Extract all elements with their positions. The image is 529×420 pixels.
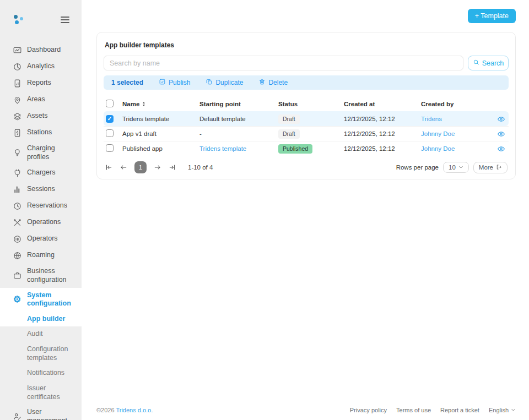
company-link[interactable]: Tridens d.o.o. xyxy=(116,407,153,413)
page: DashboardAnalyticsReportsAreasAssetsStat… xyxy=(0,0,529,420)
sidebar-item-business-configuration[interactable]: Business configuration xyxy=(0,264,82,287)
system-configuration-icon: ⚙ xyxy=(12,294,22,304)
operations-icon xyxy=(12,217,22,227)
column-header-name[interactable]: Name xyxy=(122,101,199,107)
sidebar-item-chargers[interactable]: Chargers xyxy=(0,165,82,181)
user-management-icon xyxy=(12,412,22,420)
table-row[interactable]: App v1 draft - Draft 12/12/2025, 12:12 J… xyxy=(104,126,509,141)
cell-starting-point: Default template xyxy=(199,116,278,122)
sidebar-item-notifications[interactable]: Notifications xyxy=(0,366,82,381)
column-header-status: Status xyxy=(278,101,344,107)
view-icon[interactable] xyxy=(497,145,505,153)
search-button[interactable]: Search xyxy=(468,56,509,70)
main-content: + Template App builder templates Search … xyxy=(82,0,529,420)
view-icon[interactable] xyxy=(497,115,505,123)
sidebar-item-label: Business configuration xyxy=(27,267,72,284)
select-all-checkbox[interactable] xyxy=(106,100,114,107)
charging-profiles-icon xyxy=(12,148,22,158)
more-button-label: More xyxy=(479,164,493,171)
column-header-created-by: Created by xyxy=(421,101,487,107)
stations-icon xyxy=(12,128,22,138)
cell-name: Published app xyxy=(122,145,199,152)
sidebar-item-reports[interactable]: Reports xyxy=(0,75,82,91)
sidebar-item-label: User management xyxy=(27,408,72,420)
sidebar-header xyxy=(0,0,82,25)
sidebar-item-label: Areas xyxy=(27,95,72,104)
sidebar-item-areas[interactable]: Areas xyxy=(0,91,82,108)
privacy-policy-link[interactable]: Privacy policy xyxy=(350,407,387,413)
sidebar-item-label: Configuration templates xyxy=(27,345,72,362)
hamburger-menu-icon[interactable] xyxy=(61,17,69,23)
sidebar-item-stations[interactable]: Stations xyxy=(0,124,82,141)
page-title: App builder templates xyxy=(105,41,509,49)
publish-label: Publish xyxy=(169,79,190,86)
sidebar-item-configuration-templates[interactable]: Configuration templates xyxy=(0,342,82,366)
cell-starting-point: - xyxy=(199,130,278,137)
topbar: + Template xyxy=(82,0,529,32)
selected-count: 1 selected xyxy=(111,79,143,86)
row-checkbox[interactable] xyxy=(106,144,114,152)
sidebar-item-app-builder[interactable]: App builder xyxy=(0,312,82,327)
sidebar-item-sessions[interactable]: Sessions xyxy=(0,181,82,198)
delete-icon xyxy=(258,78,266,87)
chevron-down-icon xyxy=(511,407,516,413)
sidebar-item-label: Analytics xyxy=(27,62,72,71)
sidebar-item-analytics[interactable]: Analytics xyxy=(0,58,82,75)
chevron-down-icon xyxy=(458,164,463,171)
sidebar-item-reservations[interactable]: Reservations xyxy=(0,198,82,214)
last-page-icon[interactable] xyxy=(169,163,176,171)
footer: ©2026 Tridens d.o.o. Privacy policy Term… xyxy=(82,407,529,420)
table-row[interactable]: Published app Tridens template Published… xyxy=(104,141,509,156)
duplicate-icon xyxy=(206,78,213,87)
sidebar: DashboardAnalyticsReportsAreasAssetsStat… xyxy=(0,0,82,420)
language-label: English xyxy=(489,407,509,413)
sidebar-item-user-management[interactable]: User management xyxy=(0,405,82,420)
first-page-icon[interactable] xyxy=(105,163,112,171)
sidebar-item-issuer-certificates[interactable]: Issuer certificates xyxy=(0,381,82,405)
add-template-button[interactable]: + Template xyxy=(468,9,516,23)
sidebar-item-label: Assets xyxy=(27,112,72,121)
sidebar-item-charging-profiles[interactable]: Charging profiles xyxy=(0,141,82,165)
page-number-button[interactable]: 1 xyxy=(134,161,147,173)
delete-button[interactable]: Delete xyxy=(258,78,288,87)
previous-page-icon[interactable] xyxy=(120,163,127,171)
rows-per-page-select[interactable]: 10 xyxy=(443,162,469,173)
search-input[interactable] xyxy=(104,56,463,70)
search-row: Search xyxy=(104,56,509,70)
sidebar-item-operations[interactable]: Operations xyxy=(0,214,82,231)
status-badge: Draft xyxy=(278,129,300,139)
areas-icon xyxy=(12,95,22,105)
rows-per-page-label: Rows per page xyxy=(396,164,439,171)
sidebar-item-label: Audit xyxy=(27,330,72,339)
table-row[interactable]: Tridens template Default template Draft … xyxy=(104,111,509,126)
sidebar-item-label: Operations xyxy=(27,218,72,227)
column-header-starting-point: Starting point xyxy=(199,101,278,107)
sidebar-item-roaming[interactable]: Roaming xyxy=(0,247,82,264)
pagination-range: 1-10 of 4 xyxy=(188,164,213,171)
publish-button[interactable]: Publish xyxy=(159,78,190,87)
reservations-icon xyxy=(12,201,22,211)
cell-created-at: 12/12/2025, 12:12 xyxy=(344,116,421,122)
row-checkbox[interactable] xyxy=(106,115,114,123)
table-header: Name Starting point Status Created at Cr… xyxy=(104,96,509,111)
language-select[interactable]: English xyxy=(489,407,516,413)
delete-label: Delete xyxy=(268,79,288,86)
sidebar-item-dashboard[interactable]: Dashboard xyxy=(0,42,82,58)
sidebar-item-label: Roaming xyxy=(27,251,72,260)
terms-of-use-link[interactable]: Terms of use xyxy=(396,407,431,413)
sidebar-item-audit[interactable]: Audit xyxy=(0,326,82,342)
created-by-link[interactable]: Johnny Doe xyxy=(421,145,487,152)
next-page-icon[interactable] xyxy=(154,163,161,171)
duplicate-button[interactable]: Duplicate xyxy=(206,78,243,87)
row-checkbox[interactable] xyxy=(106,129,114,137)
report-a-ticket-link[interactable]: Report a ticket xyxy=(440,407,479,413)
sidebar-item-assets[interactable]: Assets xyxy=(0,108,82,124)
sidebar-item-label: Reports xyxy=(27,79,72,88)
view-icon[interactable] xyxy=(497,130,505,138)
more-button[interactable]: More xyxy=(473,162,508,173)
sidebar-item-label: Stations xyxy=(27,128,72,137)
created-by-link[interactable]: Johnny Doe xyxy=(421,130,487,137)
created-by-link[interactable]: Tridens xyxy=(421,116,487,122)
sidebar-item-operators[interactable]: Operators xyxy=(0,231,82,247)
sidebar-item-system-configuration[interactable]: ⚙System configuration xyxy=(0,288,82,312)
